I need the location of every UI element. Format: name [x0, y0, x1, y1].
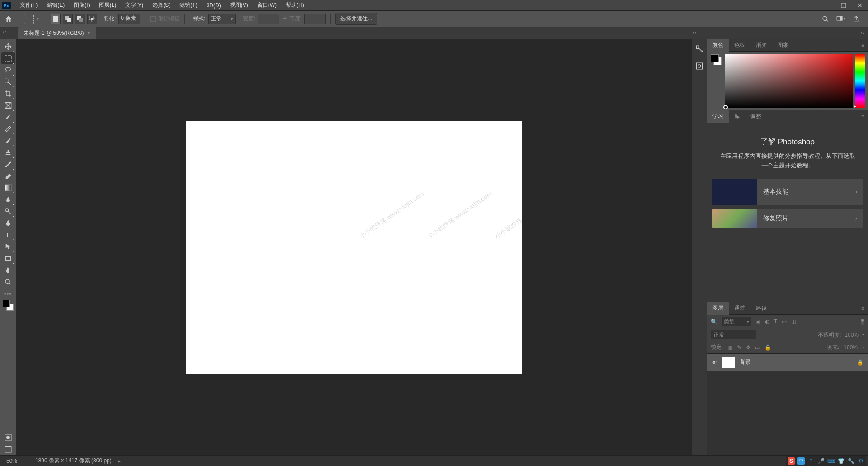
tab-layers[interactable]: 图层	[707, 302, 729, 315]
screen-mode-tool[interactable]	[1, 443, 15, 455]
layer-name[interactable]: 背景	[740, 358, 750, 366]
menu-type[interactable]: 文字(Y)	[121, 0, 148, 11]
menu-edit[interactable]: 编辑(E)	[42, 0, 69, 11]
feather-input[interactable]: 0 像素	[118, 14, 140, 24]
eyedropper-tool[interactable]	[1, 111, 15, 123]
fill-value[interactable]: 100%	[844, 344, 858, 351]
edit-toolbar[interactable]: •••	[1, 288, 15, 300]
history-brush-tool[interactable]	[1, 158, 15, 170]
hue-slider[interactable]: ▸	[855, 54, 865, 108]
status-menu-icon[interactable]: ▸	[118, 458, 121, 464]
selection-add[interactable]	[63, 14, 73, 24]
lock-position-icon[interactable]: ✥	[746, 344, 750, 351]
lock-all-icon[interactable]: 🔒	[764, 344, 771, 351]
type-tool[interactable]: T	[1, 229, 15, 241]
style-dropdown[interactable]: 正常▾	[208, 14, 236, 24]
brush-tool[interactable]	[1, 135, 15, 147]
tab-swatches[interactable]: 色板	[729, 38, 750, 52]
panel-menu-icon[interactable]: ≡	[858, 305, 868, 312]
tab-channels[interactable]: 通道	[729, 302, 750, 315]
lock-artboard-icon[interactable]: ▭	[755, 344, 760, 351]
marquee-tool[interactable]	[1, 52, 15, 64]
tab-gradients[interactable]: 渐变	[750, 38, 772, 52]
visibility-toggle[interactable]: 👁	[712, 359, 717, 366]
home-button[interactable]	[3, 13, 14, 25]
tab-patterns[interactable]: 图案	[772, 38, 794, 52]
menu-view[interactable]: 视图(V)	[226, 0, 253, 11]
lasso-tool[interactable]	[1, 64, 15, 76]
blend-mode-dropdown[interactable]: 正常	[711, 330, 756, 339]
history-panel-icon[interactable]	[694, 43, 705, 54]
share-icon[interactable]	[852, 14, 861, 24]
canvas-area[interactable]: 小小软件迷 www.xxrjm.com 小小软件迷 www.xxrjm.com …	[16, 39, 692, 455]
properties-panel-icon[interactable]	[694, 61, 705, 71]
filter-pixel-icon[interactable]: ▣	[755, 319, 760, 325]
crop-tool[interactable]	[1, 88, 15, 100]
eraser-tool[interactable]	[1, 170, 15, 182]
tray-sogou-icon[interactable]: S	[788, 457, 795, 465]
tab-color[interactable]: 颜色	[707, 38, 729, 52]
filter-adjust-icon[interactable]: ◐	[765, 319, 769, 325]
fg-color[interactable]	[3, 300, 10, 307]
select-and-mask-button[interactable]: 选择并遮住...	[335, 13, 377, 25]
filter-smart-icon[interactable]: ◫	[791, 319, 796, 325]
dodge-tool[interactable]	[1, 205, 15, 217]
filter-kind-dropdown[interactable]: 类型▾	[722, 317, 751, 326]
gradient-tool[interactable]	[1, 182, 15, 194]
saturation-box[interactable]	[725, 54, 853, 108]
lock-transparency-icon[interactable]: ▦	[727, 344, 732, 351]
menu-select[interactable]: 选择(S)	[148, 0, 175, 11]
quick-mask-tool[interactable]	[1, 432, 15, 443]
shape-tool[interactable]	[1, 252, 15, 264]
color-picker-cursor[interactable]	[723, 105, 728, 109]
filter-toggle[interactable]	[861, 319, 864, 325]
lock-image-icon[interactable]: ✎	[737, 344, 741, 351]
hand-tool[interactable]	[1, 264, 15, 276]
tray-tool-icon[interactable]: 🔧	[847, 457, 854, 465]
tray-emoji-icon[interactable]: °	[807, 457, 815, 465]
tray-ime-icon[interactable]: 中	[797, 457, 805, 465]
menu-image[interactable]: 图像(I)	[69, 0, 94, 11]
menu-layer[interactable]: 图层(L)	[94, 0, 121, 11]
tab-close-icon[interactable]: ×	[88, 30, 91, 36]
healing-tool[interactable]	[1, 123, 15, 135]
pen-tool[interactable]	[1, 217, 15, 229]
learn-card-basics[interactable]: 基本技能 ›	[712, 179, 863, 205]
selection-intersect[interactable]	[87, 14, 97, 24]
menu-file[interactable]: 文件(F)	[15, 0, 42, 11]
current-tool-icon[interactable]	[24, 14, 34, 24]
color-swatch[interactable]	[1, 300, 15, 311]
maximize-button[interactable]: ❐	[835, 0, 852, 11]
panel-grip-icon[interactable]: ››	[861, 30, 864, 36]
opacity-value[interactable]: 100%	[844, 332, 859, 338]
layer-thumbnail[interactable]	[722, 357, 735, 368]
panel-menu-icon[interactable]: ≡	[858, 114, 868, 120]
zoom-tool[interactable]	[1, 276, 15, 288]
color-swatch-mini[interactable]	[710, 54, 722, 108]
close-button[interactable]: ✕	[852, 0, 868, 11]
tray-mic-icon[interactable]: 🎤	[817, 457, 825, 465]
quick-select-tool[interactable]	[1, 76, 15, 88]
filter-type-icon[interactable]: T	[774, 319, 777, 325]
layers-empty-area[interactable]	[707, 371, 868, 455]
tab-library[interactable]: 库	[729, 110, 745, 123]
tab-learn[interactable]: 学习	[707, 110, 729, 123]
canvas[interactable]: 小小软件迷 www.xxrjm.com 小小软件迷 www.xxrjm.com …	[186, 121, 522, 374]
zoom-level[interactable]: 50%	[6, 458, 29, 464]
layer-row[interactable]: 👁 背景 🔒	[707, 354, 868, 371]
panel-grip-icon[interactable]: ‹‹	[693, 30, 696, 36]
minimize-button[interactable]: —	[819, 0, 835, 11]
path-select-tool[interactable]	[1, 241, 15, 252]
tool-preset-dropdown[interactable]: ▾	[37, 17, 41, 21]
selection-subtract[interactable]	[75, 14, 85, 24]
panel-menu-icon[interactable]: ≡	[858, 42, 868, 48]
workspace-icon[interactable]: ▾	[836, 14, 845, 24]
menu-3d[interactable]: 3D(D)	[202, 0, 226, 10]
menu-filter[interactable]: 滤镜(T)	[175, 0, 202, 11]
tab-paths[interactable]: 路径	[750, 302, 772, 315]
selection-new[interactable]	[51, 14, 61, 24]
move-tool[interactable]	[1, 41, 15, 52]
search-icon[interactable]: 🔍	[711, 319, 717, 325]
menu-window[interactable]: 窗口(W)	[253, 0, 281, 11]
tab-adjust[interactable]: 调整	[745, 110, 767, 123]
